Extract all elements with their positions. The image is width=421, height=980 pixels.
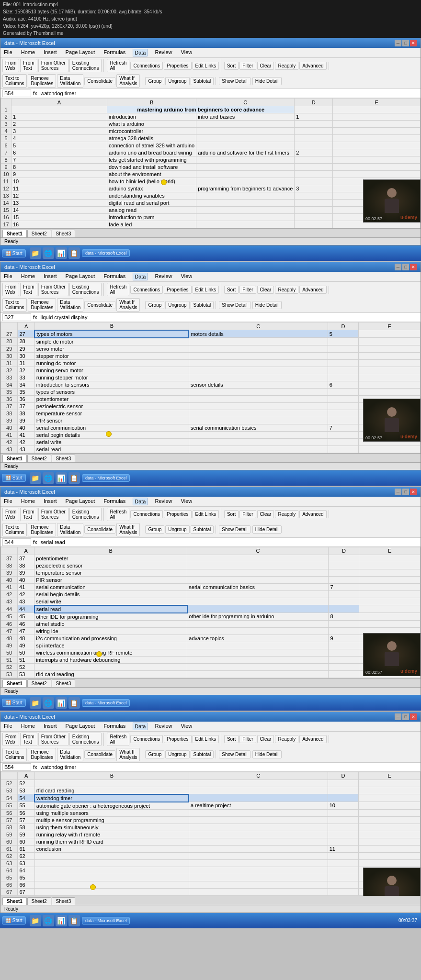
btn-consolidate-1[interactable]: Consolidate — [84, 77, 115, 85]
cell-e[interactable] — [359, 381, 421, 388]
cell-c[interactable]: advance topics — [187, 635, 329, 642]
cell-b[interactable]: pezioelectric sensor — [34, 562, 187, 569]
cell-b[interactable]: serial write — [34, 598, 187, 605]
table-row[interactable]: 6666 — [1, 881, 421, 888]
cell-a[interactable]: 40 — [18, 576, 34, 583]
table-row[interactable]: 3131running dc motor — [1, 359, 421, 367]
name-box-3[interactable] — [2, 538, 31, 546]
btn-sort-2[interactable]: Sort — [224, 286, 239, 294]
cell-c[interactable] — [189, 395, 328, 402]
cell-d[interactable] — [295, 171, 333, 178]
cell-e[interactable] — [333, 171, 421, 178]
btn-existing-3[interactable]: ExistingConnections — [69, 508, 102, 521]
table-row[interactable]: 6161conclusion11 — [1, 845, 421, 852]
btn-group-3[interactable]: Group — [145, 525, 164, 534]
menu-insert-1[interactable]: Insert — [42, 49, 58, 56]
cell-a[interactable]: 48 — [18, 635, 34, 642]
cell-a[interactable]: 41 — [18, 583, 34, 590]
cell-b[interactable]: serial read — [34, 605, 187, 613]
cell-d[interactable]: 10 — [328, 802, 358, 810]
cell-a[interactable]: 53 — [18, 670, 34, 678]
cell-a[interactable]: 63 — [18, 859, 34, 867]
tab-sheet2-4[interactable]: Sheet2 — [27, 897, 51, 905]
cell-d[interactable] — [328, 345, 358, 352]
cell-c[interactable] — [189, 838, 328, 845]
cell-e[interactable] — [359, 831, 421, 838]
table-row[interactable]: 1211arduino syntaxprogramming from begin… — [1, 185, 421, 192]
cell-c[interactable] — [189, 352, 328, 359]
btn-reapply-2[interactable]: Reapply — [275, 286, 298, 294]
menu-data-3[interactable]: Data — [133, 498, 148, 505]
cell-b[interactable]: conclusion — [34, 845, 189, 852]
cell-a[interactable]: 45 — [18, 613, 34, 621]
cell-b[interactable]: serial write — [34, 438, 189, 445]
taskbar-icon-folder-2[interactable]: 📁 — [30, 472, 41, 484]
cell-a[interactable]: 43 — [18, 598, 34, 605]
cell-d[interactable] — [328, 859, 358, 867]
cell-b[interactable]: i2c communication and processing — [34, 635, 187, 642]
cell-b[interactable]: atmel studio — [34, 620, 187, 627]
btn-from-web-2[interactable]: FromWeb — [2, 283, 19, 296]
taskbar-icon-excel-4[interactable]: 📊 — [56, 915, 67, 926]
start-btn-4[interactable]: 🪟 Start — [2, 916, 26, 924]
menu-file-2[interactable]: File — [2, 273, 14, 280]
table-row[interactable]: 3838pezioelectric sensor — [1, 562, 421, 569]
cell-d[interactable] — [328, 780, 358, 787]
cell-e[interactable] — [359, 330, 421, 338]
maximize-btn-3[interactable]: □ — [402, 489, 409, 495]
cell-c[interactable] — [196, 207, 295, 214]
cell-c[interactable]: programming from beginners to advance — [196, 185, 295, 192]
btn-ungroup-1[interactable]: Ungroup — [165, 77, 189, 85]
cell-d[interactable] — [329, 569, 359, 576]
tab-sheet2-2[interactable]: Sheet2 — [27, 455, 51, 462]
cell-c[interactable] — [189, 867, 328, 874]
cell-e[interactable] — [359, 359, 421, 367]
cell-a[interactable]: 44 — [18, 605, 34, 613]
btn-from-other-1[interactable]: From OtherSources — [38, 59, 68, 72]
cell-d[interactable] — [295, 121, 333, 128]
btn-whatif-3[interactable]: What IfAnalysis — [116, 523, 140, 536]
col-header-a[interactable]: A — [11, 99, 107, 106]
cell-b[interactable]: potentiometer — [34, 555, 187, 562]
btn-consolidate-4[interactable]: Consolidate — [84, 750, 115, 758]
menu-home-3[interactable]: Home — [20, 498, 36, 505]
cell-c[interactable] — [187, 576, 329, 583]
table-row[interactable]: 3838temperature sensor — [1, 410, 421, 417]
menu-data-2[interactable]: Data — [133, 273, 148, 280]
cell-c[interactable] — [187, 590, 329, 598]
start-btn-2[interactable]: 🪟 Start — [2, 474, 26, 482]
taskbar-icon-excel[interactable]: 📊 — [56, 247, 67, 259]
table-row[interactable]: 4646atmel studio — [1, 620, 421, 627]
btn-showdetail-1[interactable]: Show Detail — [219, 77, 250, 85]
cell-c[interactable] — [187, 620, 329, 627]
table-row[interactable]: 4242serial begin details — [1, 590, 421, 598]
btn-sort-4[interactable]: Sort — [224, 735, 239, 743]
col-header-a-2[interactable]: A — [18, 323, 34, 330]
cell-c[interactable] — [196, 156, 295, 164]
cell-e[interactable] — [359, 338, 421, 345]
btn-textcol-2[interactable]: Text toColumns — [2, 298, 27, 312]
name-box-1[interactable] — [2, 89, 31, 97]
cell-d[interactable]: 1 — [295, 113, 333, 121]
table-row[interactable]: 5959running relay with rf remote — [1, 831, 421, 838]
minimize-btn-1[interactable]: ─ — [395, 40, 401, 46]
taskbar-excel-btn-1[interactable]: data - Microsoft Excel — [82, 249, 130, 257]
cell-b[interactable]: using them simultaneously — [34, 824, 189, 831]
cell-e[interactable] — [359, 620, 421, 627]
table-row[interactable]: 1716fade a led — [1, 221, 421, 228]
cell-d[interactable] — [328, 445, 358, 453]
cell-b[interactable]: how to blink led (hello world) — [107, 178, 196, 185]
btn-dataval-4[interactable]: DataValidation — [57, 748, 83, 761]
table-row[interactable]: 4444serial read — [1, 605, 421, 613]
cell-a[interactable]: 30 — [18, 352, 34, 359]
btn-removedup-3[interactable]: RemoveDuplicates — [28, 523, 56, 536]
tab-sheet1-3[interactable]: Sheet1 — [2, 679, 27, 687]
cell-d[interactable] — [329, 605, 359, 613]
cell-e[interactable] — [359, 802, 421, 810]
taskbar-icon-ppt-3[interactable]: 📋 — [68, 697, 80, 709]
cell-d[interactable] — [328, 874, 358, 881]
formula-input-3[interactable] — [39, 539, 419, 546]
cell-b[interactable]: serial begin details — [34, 590, 187, 598]
col-header-d[interactable]: D — [295, 99, 333, 106]
table-row[interactable]: 1413digital read and serial port — [1, 200, 421, 207]
